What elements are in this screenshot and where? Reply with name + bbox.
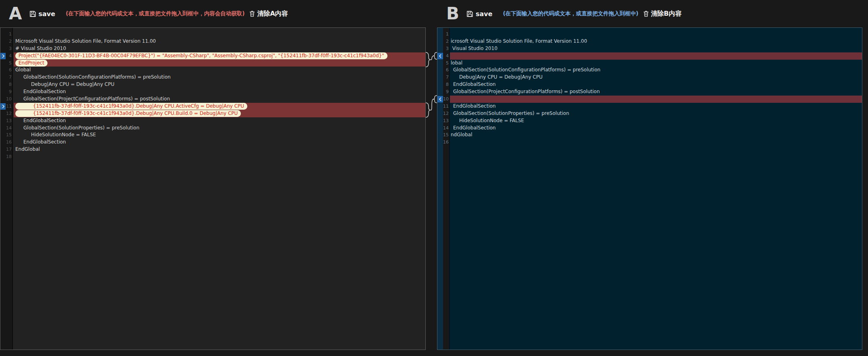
code-text <box>450 96 862 103</box>
diff-marker-icon[interactable] <box>437 96 443 102</box>
line-number: 5 <box>443 60 449 67</box>
save-b-label: save <box>476 10 493 18</box>
code-line-a-3[interactable]: 3# Visual Studio 2010 <box>0 45 425 52</box>
clear-b-button[interactable]: 清除B内容 <box>643 10 682 18</box>
clear-b-label: 清除B内容 <box>651 10 682 18</box>
code-text: # Visual Studio 2010 <box>14 45 425 52</box>
code-text: GlobalSection(SolutionConfigurationPlatf… <box>450 67 862 74</box>
panel-a-hint: (在下面输入您的代码或文本，或直接把文件拖入到框中，内容会自动获取) <box>66 10 244 17</box>
marker-cell <box>0 67 6 74</box>
code-line-b-7[interactable]: 7Debug|Any CPU = Debug|Any CPU <box>437 74 862 81</box>
line-number: 8 <box>443 81 449 88</box>
clear-a-label: 清除A内容 <box>257 10 288 18</box>
marker-cell <box>437 139 443 146</box>
diff-marker-icon[interactable] <box>0 103 6 110</box>
editor-b[interactable]: 12icrosoft Visual Studio Solution File, … <box>437 27 862 350</box>
line-number: 10 <box>6 96 12 103</box>
line-number: 2 <box>443 38 449 45</box>
code-text <box>450 52 862 60</box>
code-line-a-16[interactable]: 16EndGlobalSection <box>0 139 425 146</box>
marker-cell <box>437 45 443 52</box>
code-line-a-15[interactable]: 15HideSolutionNode = FALSE <box>0 131 425 139</box>
code-line-a-7[interactable]: 7GlobalSection(SolutionConfigurationPlat… <box>0 74 425 81</box>
changed-text-highlight: {152411fb-37df-f0ff-193c-c41c1f943a0d}.D… <box>15 110 241 117</box>
line-number: 17 <box>6 146 12 153</box>
code-line-a-6[interactable]: 6Global <box>0 67 425 74</box>
diff-connector-1 <box>426 52 437 67</box>
code-line-b-11[interactable]: 11EndGlobalSection <box>437 103 862 110</box>
code-line-b-14[interactable]: 14EndGlobalSection <box>437 125 862 132</box>
code-line-b-4[interactable]: 4 <box>437 52 862 60</box>
code-line-a-5[interactable]: 5EndProject <box>0 60 425 67</box>
code-line-b-6[interactable]: 6GlobalSection(SolutionConfigurationPlat… <box>437 67 862 74</box>
save-a-label: save <box>39 10 56 18</box>
marker-cell <box>437 60 443 67</box>
marker-cell <box>0 131 6 139</box>
code-line-b-13[interactable]: 13HideSolutionNode = FALSE <box>437 117 862 125</box>
marker-cell <box>0 117 6 125</box>
code-text <box>14 153 425 160</box>
code-line-a-11[interactable]: 11{152411fb-37df-f0ff-193c-c41c1f943a0d}… <box>0 103 425 110</box>
code-text: {152411fb-37df-f0ff-193c-c41c1f943a0d}.D… <box>14 103 425 110</box>
marker-cell <box>437 81 443 88</box>
code-line-a-10[interactable]: 10GlobalSection(ProjectConfigurationPlat… <box>0 96 425 103</box>
marker-cell <box>0 146 6 153</box>
line-number: 15 <box>6 131 12 139</box>
diff-marker-icon[interactable] <box>0 52 6 60</box>
line-number: 12 <box>443 110 449 117</box>
trash-icon <box>643 10 649 17</box>
code-text: GlobalSection(SolutionProperties) = preS… <box>450 110 862 117</box>
code-line-b-5[interactable]: 5lobal <box>437 60 862 67</box>
code-line-b-2[interactable]: 2icrosoft Visual Studio Solution File, F… <box>437 38 862 45</box>
code-text: EndGlobalSection <box>450 125 862 132</box>
code-line-a-18[interactable]: 18 <box>0 153 425 160</box>
code-line-b-16[interactable]: 16 <box>437 139 862 146</box>
code-text: HideSolutionNode = FALSE <box>450 117 862 125</box>
code-text: GlobalSection(ProjectConfigurationPlatfo… <box>450 88 862 96</box>
code-line-b-9[interactable]: 9GlobalSection(ProjectConfigurationPlatf… <box>437 88 862 96</box>
code-line-a-14[interactable]: 14GlobalSection(SolutionProperties) = pr… <box>0 125 425 132</box>
code-text: EndGlobalSection <box>14 88 425 96</box>
code-text: {152411fb-37df-f0ff-193c-c41c1f943a0d}.D… <box>14 110 425 117</box>
marker-cell <box>437 125 443 132</box>
diff-marker-icon[interactable] <box>0 103 6 110</box>
code-text: EndGlobalSection <box>450 81 862 88</box>
code-line-b-15[interactable]: 15ndGlobal <box>437 131 862 139</box>
diff-marker-icon[interactable] <box>437 52 443 60</box>
changed-text-highlight: EndProject <box>15 60 48 67</box>
marker-cell <box>0 81 6 88</box>
marker-cell <box>0 110 6 117</box>
code-line-b-3[interactable]: 3 Visual Studio 2010 <box>437 45 862 52</box>
code-line-b-12[interactable]: 12GlobalSection(SolutionProperties) = pr… <box>437 110 862 117</box>
clear-a-button[interactable]: 清除A内容 <box>249 10 288 18</box>
save-b-button[interactable]: save <box>466 10 493 18</box>
marker-cell <box>437 103 443 110</box>
code-text: EndGlobalSection <box>14 117 425 125</box>
code-line-b-10[interactable]: 10 <box>437 96 862 103</box>
code-text: Debug|Any CPU = Debug|Any CPU <box>14 81 425 88</box>
code-line-a-13[interactable]: 13EndGlobalSection <box>0 117 425 125</box>
code-line-a-2[interactable]: 2Microsoft Visual Studio Solution File, … <box>0 38 425 45</box>
diff-marker-icon[interactable] <box>437 53 443 59</box>
marker-cell <box>0 38 6 45</box>
code-line-a-12[interactable]: 12{152411fb-37df-f0ff-193c-c41c1f943a0d}… <box>0 110 425 117</box>
code-text: lobal <box>450 60 862 67</box>
trash-icon <box>249 10 255 17</box>
code-text: Visual Studio 2010 <box>450 45 862 52</box>
code-line-a-4[interactable]: 4Project("{FAE04EC0-301F-11D3-BF4B-00C04… <box>0 52 425 60</box>
line-number: 9 <box>6 88 12 96</box>
marker-cell <box>0 31 6 38</box>
code-line-b-1[interactable]: 1 <box>437 31 862 38</box>
diff-marker-icon[interactable] <box>437 96 443 103</box>
changed-text-highlight: Project("{FAE04EC0-301F-11D3-BF4B-00C04F… <box>15 52 387 59</box>
code-line-a-9[interactable]: 9EndGlobalSection <box>0 88 425 96</box>
code-line-a-8[interactable]: 8Debug|Any CPU = Debug|Any CPU <box>0 81 425 88</box>
code-line-b-8[interactable]: 8EndGlobalSection <box>437 81 862 88</box>
editor-a[interactable]: 12Microsoft Visual Studio Solution File,… <box>0 27 426 350</box>
line-number: 2 <box>6 38 12 45</box>
code-line-a-17[interactable]: 17EndGlobal <box>0 146 425 153</box>
line-number: 1 <box>6 31 12 38</box>
code-line-a-1[interactable]: 1 <box>0 31 425 38</box>
save-a-button[interactable]: save <box>29 10 56 18</box>
diff-marker-icon[interactable] <box>0 53 6 59</box>
